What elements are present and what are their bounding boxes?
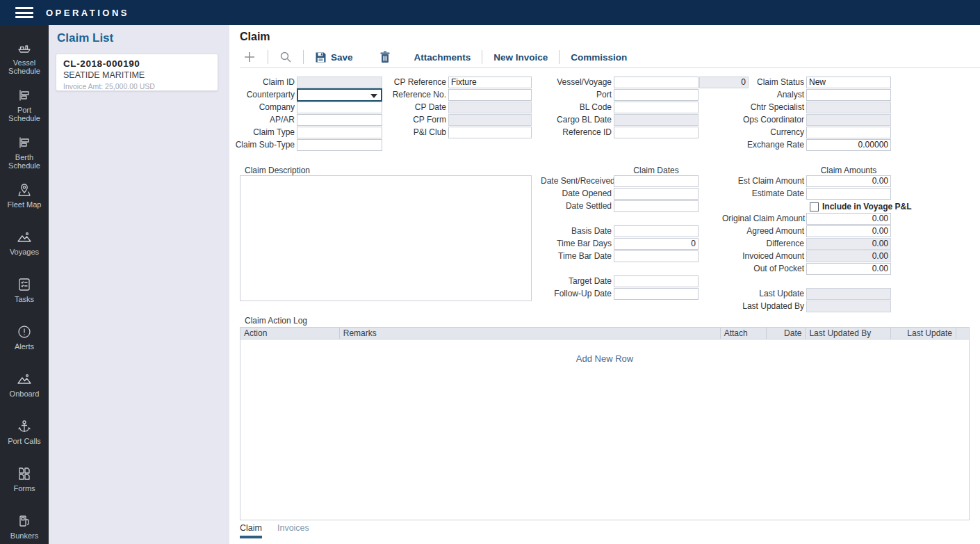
date-opened-input[interactable] (614, 188, 699, 200)
follow-up-date-label: Follow-Up Date (541, 288, 612, 300)
agreed-amount-input[interactable]: 0.00 (806, 225, 891, 237)
toolbar-divider (303, 50, 304, 64)
sidebar-item-bunkers[interactable]: Bunkers (0, 505, 49, 544)
form-row: Currency (722, 127, 891, 139)
attachments-button[interactable]: Attachments (411, 52, 474, 63)
p-i-club-input[interactable] (448, 127, 532, 138)
reference-no-input[interactable] (448, 89, 532, 101)
analyst-input[interactable] (806, 89, 891, 101)
invoiced-amount-label: Invoiced Amount (722, 250, 804, 262)
form-row: CP Date (379, 102, 532, 114)
tab-claim[interactable]: Claim (240, 523, 262, 538)
ap-ar-label: AP/AR (229, 114, 295, 126)
form-column-cp: CP ReferenceFixtureReference No.CP DateC… (379, 77, 532, 139)
counterparty-label: Counterparty (229, 89, 295, 101)
save-button[interactable]: Save (312, 51, 356, 63)
form-row: Date Sent/Received (541, 175, 699, 188)
form-row: Last Updated By (722, 301, 911, 313)
form-row: Ops Coordinator (722, 114, 891, 127)
claim-status-label: Claim Status (722, 77, 804, 88)
form-row: Vessel/Voyage0 (541, 77, 749, 89)
sidebar-item-tasks[interactable]: Tasks (0, 269, 49, 316)
cp-reference-input[interactable]: Fixture (448, 77, 532, 88)
invoiced-amount-input: 0.00 (806, 250, 891, 262)
form-row: Date Settled (541, 200, 699, 213)
form-row: Analyst (722, 89, 891, 102)
time-bar-date-input[interactable] (614, 250, 699, 262)
estimate-date-input[interactable] (806, 188, 891, 200)
bl-code-input[interactable] (614, 102, 699, 113)
currency-input[interactable] (806, 127, 891, 138)
sidebar-item-port-calls[interactable]: Port Calls (0, 410, 49, 458)
sidebar-item-forms[interactable]: Forms (0, 458, 49, 505)
sidebar-item-onboard[interactable]: Onboard (0, 363, 49, 410)
date-settled-input[interactable] (614, 200, 699, 212)
difference-label: Difference (722, 238, 804, 250)
sidebar-item-voyages[interactable]: Voyages (0, 221, 49, 269)
bl-code-label: BL Code (541, 102, 612, 113)
cp-reference-label: CP Reference (379, 77, 446, 88)
claim-sub-type-input[interactable] (297, 139, 382, 151)
form-row: Out of Pocket0.00 (722, 263, 911, 275)
hamburger-icon[interactable] (15, 7, 33, 18)
add-new-row-link[interactable]: Add New Row (240, 353, 969, 364)
chtr-specialist-label: Chtr Specialist (722, 102, 804, 113)
claim-type-input[interactable] (297, 127, 382, 138)
documents-icon (17, 466, 32, 481)
claim-description-textarea[interactable] (240, 175, 532, 301)
sidebar-item-vessel-schedule[interactable]: Vessel Schedule (0, 32, 49, 79)
last-update-input (806, 288, 891, 300)
checklist-icon (17, 277, 32, 292)
delete-button[interactable] (377, 51, 393, 63)
difference-input: 0.00 (806, 238, 891, 250)
cp-form-label: CP Form (379, 114, 446, 126)
search-button[interactable] (277, 51, 295, 63)
target-date-input[interactable] (614, 275, 699, 287)
claim-list-item[interactable]: CL-2018-000190 SEATIDE MARITIME Invoice … (56, 54, 218, 91)
column-header-last-update: Last Update (891, 328, 956, 339)
column-header-remarks: Remarks (340, 328, 721, 339)
exchange-rate-label: Exchange Rate (722, 139, 804, 151)
ap-ar-input[interactable] (297, 114, 382, 126)
form-row: Claim Type (229, 127, 382, 139)
claim-type-label: Claim Type (229, 127, 295, 138)
sidebar-item-fleet-map[interactable]: Fleet Map (0, 174, 49, 221)
original-claim-amount-input[interactable]: 0.00 (806, 213, 891, 225)
fuel-pump-icon (17, 513, 32, 529)
follow-up-date-input[interactable] (614, 288, 699, 300)
basis-date-input[interactable] (614, 225, 699, 237)
include-in-voyage-p-l-checkbox[interactable] (810, 202, 819, 211)
toolbar: Save Attachments New Invoice Commission (240, 47, 630, 67)
form-row: Chtr Specialist (722, 102, 891, 114)
est-claim-amount-input[interactable]: 0.00 (806, 175, 891, 187)
company-input[interactable] (297, 102, 382, 113)
claim-id-label: Claim ID (229, 77, 295, 88)
port-input[interactable] (614, 89, 699, 101)
add-button[interactable] (240, 50, 259, 64)
sidebar-item-alerts[interactable]: Alerts (0, 316, 49, 363)
vessel-voyage-input[interactable] (614, 77, 699, 88)
toolbar-divider (268, 50, 268, 64)
new-invoice-button[interactable]: New Invoice (491, 52, 550, 63)
form-row: Basis Date (541, 225, 699, 238)
exchange-rate-input[interactable]: 0.00000 (806, 139, 891, 151)
sidebar-item-berth-schedule[interactable]: Berth Schedule (0, 127, 49, 174)
basis-date-label: Basis Date (541, 225, 612, 237)
target-date-label: Target Date (541, 275, 612, 287)
commission-button[interactable]: Commission (568, 52, 630, 63)
time-bar-days-input[interactable]: 0 (614, 238, 699, 250)
sidebar-item-port-schedule[interactable]: Port Schedule (0, 79, 49, 127)
claim-amounts-title: Claim Amounts (806, 166, 891, 175)
claim-status-input[interactable]: New (806, 77, 891, 88)
date-sent-received-input[interactable] (614, 175, 699, 187)
counterparty-dropdown[interactable] (297, 88, 382, 102)
out-of-pocket-input[interactable]: 0.00 (806, 263, 891, 275)
reference-id-input[interactable] (614, 127, 699, 138)
column-header-attach: Attach (721, 328, 767, 339)
claim-description-label: Claim Description (245, 166, 310, 175)
form-row: AP/AR (229, 114, 382, 127)
agreed-amount-label: Agreed Amount (722, 225, 804, 237)
form-row: Time Bar Days0 (541, 238, 699, 250)
form-row: Agreed Amount0.00 (722, 225, 911, 238)
tab-invoices[interactable]: Invoices (277, 523, 309, 538)
